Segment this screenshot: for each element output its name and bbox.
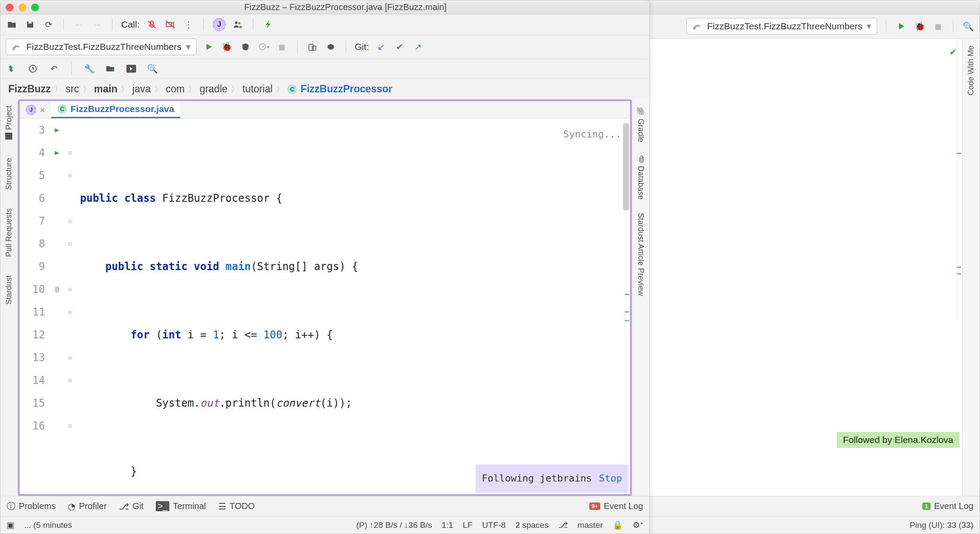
- wrench-icon[interactable]: 🔧: [83, 63, 95, 75]
- stop-following-button[interactable]: Stop: [599, 467, 622, 490]
- following-banner: Following jetbrains Stop: [476, 464, 628, 492]
- run-config-selector[interactable]: FizzBuzzTest.FizzBuzzThreeNumbers ▾: [6, 39, 196, 55]
- chevron-down-icon: ▾: [867, 21, 872, 32]
- gear-icon[interactable]: ⚙ᐩ: [633, 520, 643, 530]
- stop-button[interactable]: ◼: [276, 41, 288, 53]
- search-icon[interactable]: 🔍: [146, 63, 158, 75]
- line-gutter[interactable]: 34 56 78 910 1112 1314 1516: [20, 119, 50, 494]
- rail-project[interactable]: Project: [4, 103, 14, 142]
- git-commit-icon[interactable]: ✔: [393, 41, 406, 53]
- editor-tabs: J × C FizzBuzzProcessor.java: [20, 101, 630, 119]
- mic-off-icon[interactable]: [146, 18, 158, 31]
- fold-gutter[interactable]: ⊟⊟⊟⊟ ⊟⊟⊟⊟⊟: [63, 119, 77, 494]
- stop-button[interactable]: ◼: [932, 20, 944, 32]
- forward-icon[interactable]: →: [91, 18, 103, 31]
- run-anything-icon[interactable]: [125, 63, 137, 75]
- status-pos[interactable]: 1:1: [441, 520, 453, 530]
- tool-windows-icon[interactable]: ▣: [7, 520, 14, 530]
- main-toolbar-row2: FizzBuzzTest.FizzBuzzThreeNumbers ▾ 🐞 ▾ …: [0, 35, 649, 59]
- crumb[interactable]: java: [132, 83, 150, 95]
- artifacts-button[interactable]: [325, 41, 337, 53]
- more-icon[interactable]: ⋮: [182, 18, 195, 31]
- bottom-tool-bar: ⓘProblems ◔Profiler ⎇Git >_Terminal ☰TOD…: [0, 496, 649, 516]
- crumb[interactable]: src: [66, 83, 79, 95]
- search-icon[interactable]: 🔍: [962, 20, 974, 32]
- rail-structure[interactable]: Structure: [4, 155, 14, 193]
- collab-users-icon[interactable]: +: [232, 18, 244, 31]
- git-label: Git:: [355, 42, 369, 52]
- crumb[interactable]: tutorial: [242, 83, 273, 95]
- sync-icon[interactable]: [6, 63, 18, 75]
- build-icon[interactable]: [262, 18, 274, 31]
- crumb[interactable]: gradle: [200, 83, 228, 95]
- history-icon[interactable]: [27, 63, 39, 75]
- run-button[interactable]: [203, 41, 215, 53]
- todo-button[interactable]: ☰TODO: [218, 501, 255, 512]
- svg-point-1: [238, 22, 241, 25]
- git-button[interactable]: ⎇Git: [119, 501, 144, 512]
- status-indent[interactable]: 2 spaces: [515, 520, 549, 530]
- crumb[interactable]: com: [166, 83, 185, 95]
- lock-icon[interactable]: 🔒: [612, 520, 623, 530]
- tab-avatar[interactable]: J ×: [20, 101, 51, 118]
- rail-stardust-preview[interactable]: Stardust Article Preview: [636, 210, 645, 299]
- reload-icon[interactable]: ⟳: [42, 18, 55, 31]
- rail-database[interactable]: 🛢Database: [636, 153, 645, 202]
- rail-stardust[interactable]: Stardust: [4, 273, 14, 307]
- rail-code-with-me[interactable]: Code With Me: [966, 43, 976, 98]
- status-minutes: ... (5 minutes: [24, 520, 72, 530]
- event-log-button[interactable]: 1 Event Log: [922, 501, 973, 511]
- run-button[interactable]: [895, 20, 907, 32]
- gradle-icon: [692, 22, 703, 30]
- branch-icon[interactable]: ⎇: [558, 520, 568, 530]
- profiler-button[interactable]: ▾: [258, 41, 270, 53]
- rail-pull-requests[interactable]: Pull Requests: [4, 206, 14, 260]
- tab-label: FizzBuzzProcessor.java: [70, 104, 174, 114]
- tab-file-active[interactable]: C FizzBuzzProcessor.java: [51, 101, 180, 118]
- zoom-icon[interactable]: [31, 4, 39, 11]
- terminal-button[interactable]: >_Terminal: [156, 501, 206, 511]
- cam-off-icon[interactable]: [164, 18, 176, 31]
- profiler-button[interactable]: ◔Profiler: [68, 501, 106, 512]
- undo-icon[interactable]: ↶: [48, 63, 60, 75]
- rail-gradle[interactable]: 🐘Gradle: [636, 104, 646, 145]
- class-icon: C: [57, 104, 67, 114]
- back-icon[interactable]: ←: [73, 18, 85, 31]
- close-icon[interactable]: ×: [40, 105, 45, 115]
- error-stripe[interactable]: [957, 39, 961, 321]
- breadcrumb[interactable]: FizzBuzz〉 src〉 main〉 java〉 com〉 gradle〉 …: [0, 79, 649, 99]
- left-tool-rail: Project Structure Pull Requests Stardust: [0, 99, 18, 496]
- status-speed: (P) ↑28 B/s / ↓36 B/s: [356, 520, 432, 530]
- save-icon[interactable]: [24, 18, 36, 31]
- folder-run-icon[interactable]: [104, 63, 116, 75]
- git-pull-icon[interactable]: ↙: [375, 41, 387, 53]
- debug-button[interactable]: 🐞: [914, 20, 926, 32]
- git-push-icon[interactable]: ↗: [412, 41, 424, 53]
- right-tool-rail: Code With Me: [962, 39, 980, 496]
- scrollbar-thumb[interactable]: [623, 123, 629, 211]
- right-tool-rail: 🐘Gradle 🛢Database Stardust Article Previ…: [632, 99, 649, 496]
- window-title: FizzBuzz – FizzBuzzProcessor.java [FizzB…: [47, 2, 644, 12]
- window-controls[interactable]: [6, 4, 39, 11]
- crumb[interactable]: main: [94, 83, 118, 95]
- status-le[interactable]: LF: [463, 520, 472, 530]
- user-avatar[interactable]: J: [213, 18, 226, 31]
- status-enc[interactable]: UTF-8: [482, 520, 506, 530]
- open-icon[interactable]: [6, 18, 18, 31]
- close-icon[interactable]: [6, 4, 14, 11]
- run-gutter[interactable]: ▶▶ @: [50, 119, 63, 494]
- problems-button[interactable]: ⓘProblems: [7, 500, 56, 512]
- followed-by-banner[interactable]: Followed by Elena.Kozlova: [837, 432, 959, 448]
- debug-button[interactable]: 🐞: [221, 41, 233, 53]
- error-stripe[interactable]: [625, 119, 629, 494]
- device-button[interactable]: [306, 41, 318, 53]
- status-branch[interactable]: master: [578, 520, 603, 530]
- coverage-button[interactable]: [239, 41, 252, 53]
- crumb[interactable]: FizzBuzz: [8, 83, 51, 95]
- crumb[interactable]: FizzBuzzProcessor: [301, 83, 392, 95]
- event-log-button[interactable]: 9+ Event Log: [589, 501, 643, 511]
- titlebar[interactable]: FizzBuzz – FizzBuzzProcessor.java [FizzB…: [0, 0, 649, 14]
- code-editor[interactable]: 34 56 78 910 1112 1314 1516 ▶▶ @ ⊟⊟⊟⊟ ⊟⊟…: [20, 119, 630, 494]
- run-config-selector[interactable]: FizzBuzzTest.FizzBuzzThreeNumbers ▾: [686, 18, 877, 35]
- minimize-icon[interactable]: [18, 4, 26, 11]
